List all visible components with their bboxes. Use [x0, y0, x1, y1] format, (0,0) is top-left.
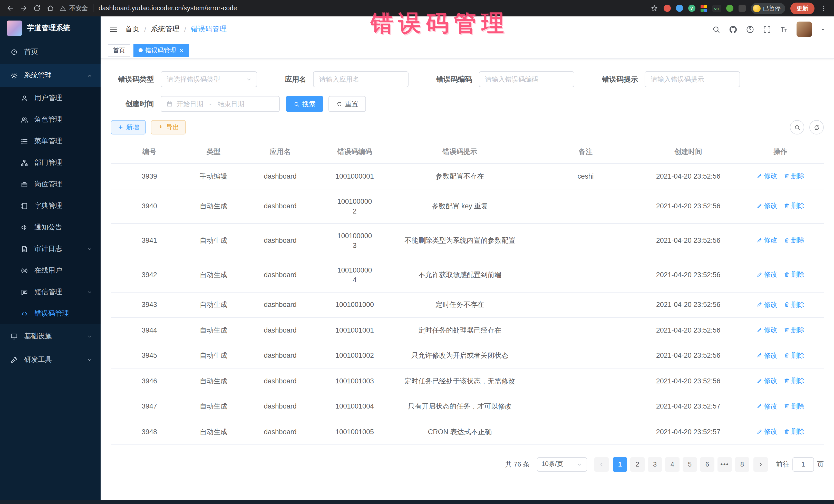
app-name-input[interactable]	[313, 71, 409, 87]
sidebar-item[interactable]: 角色管理	[0, 109, 101, 130]
show-search-button[interactable]	[790, 120, 804, 134]
browser-update-button[interactable]: 更新	[790, 2, 814, 14]
sidebar-item[interactable]: 首页	[0, 40, 101, 64]
extension-icon[interactable]	[726, 5, 733, 12]
profile-paused-badge[interactable]: 已暂停	[751, 3, 785, 14]
extension-icon[interactable]	[700, 5, 707, 12]
sidebar-item[interactable]: 菜单管理	[0, 130, 101, 152]
extension-icon[interactable]	[676, 5, 683, 12]
delete-label: 删除	[791, 426, 805, 436]
github-icon[interactable]	[729, 25, 738, 34]
bookmark-star-icon[interactable]	[650, 4, 658, 12]
page-button[interactable]: 3	[648, 457, 662, 472]
error-code-input[interactable]	[479, 71, 574, 87]
home-icon[interactable]	[46, 4, 54, 12]
column-header: 创建时间	[639, 140, 737, 163]
delete-icon	[784, 237, 790, 243]
hamburger-icon[interactable]	[109, 25, 118, 34]
add-button[interactable]: 新增	[111, 120, 146, 134]
edit-icon	[756, 301, 762, 307]
font-size-icon[interactable]	[780, 25, 788, 34]
prev-page-button[interactable]	[594, 457, 609, 472]
sidebar-item[interactable]: 短信管理	[0, 281, 101, 303]
delete-link[interactable]: 删除	[784, 235, 805, 245]
edit-link[interactable]: 修改	[756, 325, 777, 335]
cell-app: dashboard	[239, 189, 321, 223]
edit-link[interactable]: 修改	[756, 201, 777, 211]
address-url[interactable]: dashboard.yudao.iocoder.cn/system/error-…	[98, 5, 237, 12]
page-button[interactable]: 4	[665, 457, 680, 472]
edit-link[interactable]: 修改	[756, 401, 777, 411]
edit-link[interactable]: 修改	[756, 300, 777, 309]
sidebar-item[interactable]: 系统管理	[0, 64, 101, 87]
back-icon[interactable]	[6, 4, 14, 12]
vue-devtools-icon[interactable]: V	[688, 5, 695, 12]
breadcrumb-item[interactable]: 错误码管理	[191, 25, 227, 34]
edit-link[interactable]: 修改	[756, 235, 777, 245]
sidebar-item[interactable]: 字典管理	[0, 195, 101, 217]
delete-link[interactable]: 删除	[784, 376, 805, 386]
forward-icon[interactable]	[20, 4, 28, 12]
next-page-button[interactable]	[753, 457, 768, 472]
tags-bar: 首页错误码管理×	[101, 42, 834, 59]
page-button[interactable]: 2	[630, 457, 644, 472]
pagination-more[interactable]: •••	[718, 457, 732, 472]
security-indicator[interactable]: 不安全	[60, 4, 88, 13]
page-size-select[interactable]: 10条/页	[537, 457, 587, 472]
sidebar-item[interactable]: 部门管理	[0, 152, 101, 174]
extension-icon[interactable]	[663, 5, 671, 12]
search-button[interactable]: 搜索	[286, 96, 323, 112]
edit-link[interactable]: 修改	[756, 270, 777, 280]
export-button[interactable]: 导出	[151, 120, 186, 134]
sidebar-item[interactable]: 错误码管理	[0, 303, 101, 324]
date-range-picker[interactable]: 开始日期 - 结束日期	[161, 96, 280, 112]
extension-icon[interactable]: on	[712, 5, 721, 12]
sidebar-item[interactable]: 研发工具	[0, 348, 101, 372]
help-icon[interactable]	[746, 25, 754, 34]
breadcrumb-item[interactable]: 系统管理	[151, 25, 180, 34]
edit-link[interactable]: 修改	[756, 376, 777, 386]
delete-link[interactable]: 删除	[784, 350, 805, 360]
delete-link[interactable]: 删除	[784, 270, 805, 280]
caret-down-icon[interactable]	[820, 26, 826, 32]
sidebar-item[interactable]: 岗位管理	[0, 174, 101, 195]
sidebar-item[interactable]: 基础设施	[0, 324, 101, 348]
error-type-select[interactable]: 请选择错误码类型	[161, 71, 257, 87]
delete-link[interactable]: 删除	[784, 426, 805, 436]
sidebar-item[interactable]: 在线用户	[0, 260, 101, 281]
sidebar-item-label: 系统管理	[24, 71, 81, 80]
sidebar-item[interactable]: 用户管理	[0, 87, 101, 109]
edit-label: 修改	[764, 350, 777, 360]
sidebar-item[interactable]: 审计日志	[0, 238, 101, 260]
cell-hint: 参数配置不存在	[388, 163, 532, 189]
delete-link[interactable]: 删除	[784, 300, 805, 309]
delete-link[interactable]: 删除	[784, 171, 805, 181]
refresh-table-button[interactable]	[809, 120, 824, 134]
edit-link[interactable]: 修改	[756, 171, 777, 181]
delete-link[interactable]: 删除	[784, 401, 805, 411]
page-button[interactable]: 8	[735, 457, 749, 472]
tab-close-icon[interactable]: ×	[180, 47, 183, 53]
tab-item[interactable]: 错误码管理×	[133, 44, 189, 57]
page-button[interactable]: 5	[683, 457, 697, 472]
tab-item[interactable]: 首页	[108, 44, 130, 57]
delete-link[interactable]: 删除	[784, 325, 805, 335]
kebab-menu-icon[interactable]	[820, 4, 828, 12]
user-avatar[interactable]	[796, 22, 812, 37]
fullscreen-icon[interactable]	[763, 25, 771, 34]
search-icon[interactable]	[712, 25, 721, 34]
app-logo[interactable]: 芋道管理系统	[0, 17, 101, 40]
reset-button[interactable]: 重置	[328, 96, 366, 112]
sidebar-item[interactable]: 通知公告	[0, 217, 101, 238]
page-button[interactable]: 6	[700, 457, 715, 472]
edit-link[interactable]: 修改	[756, 350, 777, 360]
goto-page-input[interactable]	[792, 457, 814, 472]
edit-link[interactable]: 修改	[756, 426, 777, 436]
breadcrumb-item[interactable]: 首页	[125, 25, 139, 34]
reload-icon[interactable]	[33, 4, 41, 12]
extensions-puzzle-icon[interactable]	[738, 5, 745, 12]
cell-type: 自动生成	[188, 223, 239, 258]
error-hint-input[interactable]	[644, 71, 740, 87]
delete-link[interactable]: 删除	[784, 201, 805, 211]
page-button[interactable]: 1	[613, 457, 627, 472]
